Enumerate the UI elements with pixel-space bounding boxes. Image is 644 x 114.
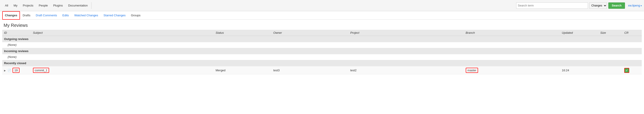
subnav-edits[interactable]: Edits xyxy=(60,11,72,20)
nav-item-documentation[interactable]: Documentation xyxy=(66,0,90,11)
subnav-changes[interactable]: Changes xyxy=(2,11,20,20)
section-recently-closed-title: Recently closed xyxy=(2,60,642,66)
search-type-select[interactable]: Changes xyxy=(589,2,607,9)
expand-arrow-icon: ▶ xyxy=(4,69,6,72)
section-outgoing: Outgoing reviews xyxy=(2,36,642,42)
cell-size xyxy=(598,66,622,74)
file-icon: 📄 xyxy=(8,69,11,72)
top-nav-links: All My Projects People Plugins Documenta… xyxy=(2,0,92,11)
nav-item-projects[interactable]: Projects xyxy=(20,0,36,11)
subnav-starred-changes[interactable]: Starred Changes xyxy=(101,11,128,20)
subnav-watched-changes[interactable]: Watched Changes xyxy=(72,11,101,20)
nav-item-all[interactable]: All xyxy=(2,0,11,11)
col-header-status: Status xyxy=(214,30,272,36)
table-header: ID Subject Status Owner Project Branch U… xyxy=(2,30,642,36)
col-header-updated: Updated xyxy=(560,30,598,36)
page-title-area: My Reviews xyxy=(0,20,644,30)
row-id-value: 19 xyxy=(12,68,19,73)
user-menu[interactable]: xw.lipeng xyxy=(628,4,642,7)
col-header-branch: Branch xyxy=(464,30,560,36)
incoming-empty: (None) xyxy=(2,54,642,60)
col-header-size: Size xyxy=(598,30,622,36)
subnav-drafts[interactable]: Drafts xyxy=(20,11,33,20)
table-row[interactable]: ▶ 📄 19 commit_1 Merged test3 test2 maste… xyxy=(2,66,642,74)
cell-updated: 16:24 xyxy=(560,66,598,74)
col-header-id: ID xyxy=(2,30,31,36)
nav-item-plugins[interactable]: Plugins xyxy=(50,0,66,11)
cell-cr: ✓ xyxy=(622,66,642,74)
search-input[interactable] xyxy=(516,2,588,9)
table-body: Outgoing reviews (None) Incoming reviews… xyxy=(2,36,642,74)
search-area: Changes Search xw.lipeng xyxy=(516,2,642,9)
outgoing-empty: (None) xyxy=(2,42,642,48)
col-header-subject: Subject xyxy=(31,30,214,36)
row-subject-value: commit_1 xyxy=(33,68,49,73)
col-header-owner: Owner xyxy=(272,30,348,36)
reviews-table-container: ID Subject Status Owner Project Branch U… xyxy=(0,30,644,74)
page-title: My Reviews xyxy=(4,23,640,28)
cell-id: ▶ 📄 19 xyxy=(2,66,31,74)
section-recently-closed: Recently closed xyxy=(2,60,642,66)
subnav-groups[interactable]: Groups xyxy=(128,11,143,20)
sub-navigation: Changes Drafts Draft Comments Edits Watc… xyxy=(0,11,644,20)
section-outgoing-title: Outgoing reviews xyxy=(2,36,642,42)
incoming-empty-text: (None) xyxy=(2,54,642,60)
cr-check-icon: ✓ xyxy=(624,68,629,73)
cell-branch: master xyxy=(464,66,560,74)
cell-status: Merged xyxy=(214,66,272,74)
outgoing-empty-text: (None) xyxy=(2,42,642,48)
row-branch-value: master xyxy=(466,68,478,73)
col-header-project: Project xyxy=(348,30,464,36)
cell-subject: commit_1 xyxy=(31,66,214,74)
nav-item-people[interactable]: People xyxy=(36,0,50,11)
col-header-cr: CR xyxy=(622,30,642,36)
nav-item-my[interactable]: My xyxy=(11,0,20,11)
nav-divider xyxy=(91,2,92,9)
subnav-draft-comments[interactable]: Draft Comments xyxy=(33,11,60,20)
top-navigation: All My Projects People Plugins Documenta… xyxy=(0,0,644,11)
reviews-table: ID Subject Status Owner Project Branch U… xyxy=(2,30,642,74)
cell-owner: test3 xyxy=(272,66,348,74)
section-incoming-title: Incoming reviews xyxy=(2,48,642,54)
search-button[interactable]: Search xyxy=(608,2,625,9)
section-incoming: Incoming reviews xyxy=(2,48,642,54)
cell-project: test2 xyxy=(348,66,464,74)
